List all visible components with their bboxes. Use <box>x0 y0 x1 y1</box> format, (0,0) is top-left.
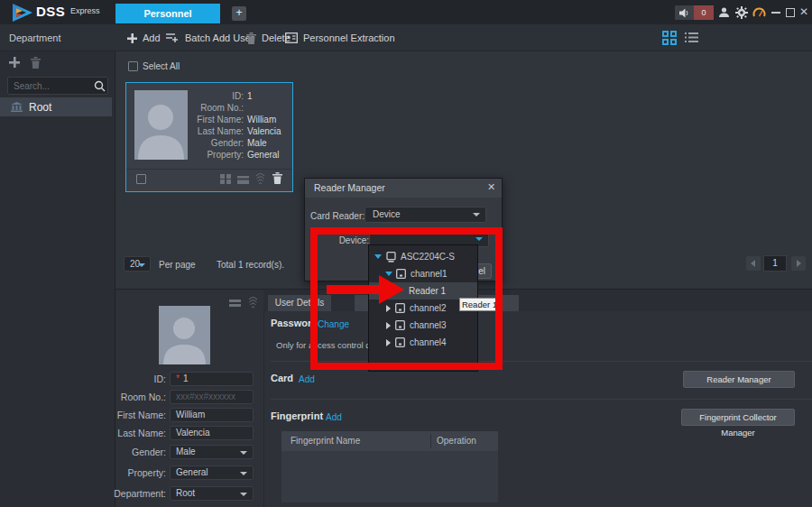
trash-icon <box>31 57 41 69</box>
password-label: Password <box>271 318 318 328</box>
settings-button[interactable] <box>735 6 748 19</box>
card-issue-button[interactable] <box>237 175 249 186</box>
batch-add-user-button[interactable]: Batch Add User <box>166 24 254 51</box>
tree-item-device[interactable]: ASC2204C-S <box>369 248 477 265</box>
next-page-button[interactable] <box>791 256 806 271</box>
list-view-button[interactable] <box>685 32 698 45</box>
personnel-toolbar: Add Batch Add User Delete Personnel Extr… <box>115 24 812 51</box>
fingerprint-button[interactable] <box>254 172 266 187</box>
fingerprint-section-label: Fingerprint <box>271 410 323 421</box>
prev-page-button[interactable] <box>746 256 761 271</box>
channel-icon <box>395 337 405 347</box>
last-name-input[interactable]: Valencia <box>170 426 254 440</box>
department-select[interactable]: Root <box>170 486 254 501</box>
tree-item-label: ASC2204C-S <box>401 252 455 262</box>
card-field-value: William <box>247 115 276 124</box>
person-card[interactable]: ID:1 Room No.: First Name:William Last N… <box>125 82 293 192</box>
minimize-button[interactable] <box>771 12 780 14</box>
property-select[interactable]: General <box>170 466 254 480</box>
section-divider <box>271 361 812 362</box>
new-tab-button[interactable]: + <box>232 6 246 21</box>
reader-manager-button[interactable]: Reader Manager <box>683 371 795 388</box>
tree-item-label: channel2 <box>410 303 447 313</box>
first-name-input[interactable]: William <box>170 408 254 422</box>
user-account-button[interactable] <box>718 6 731 19</box>
card-reader-label: Card Reader: <box>305 211 364 221</box>
tab-user-details[interactable]: User Details <box>268 295 331 311</box>
close-button[interactable]: ✕ <box>799 5 808 18</box>
change-password-link[interactable]: Change <box>318 319 349 329</box>
tree-item-channel1[interactable]: channel1 <box>369 265 477 282</box>
card-select-checkbox[interactable] <box>136 174 146 184</box>
channel-icon <box>396 269 406 279</box>
caret-right-icon[interactable] <box>386 339 391 346</box>
capture-card-button[interactable] <box>229 299 241 309</box>
photo-grid-icon <box>220 174 231 184</box>
delete-person-button[interactable] <box>272 172 282 186</box>
field-label: Last Name: <box>96 426 166 440</box>
grid-view-button[interactable] <box>662 31 677 47</box>
add-department-button[interactable] <box>9 57 20 69</box>
root-label: Root <box>29 101 51 114</box>
tree-item-channel3[interactable]: channel3 <box>369 317 477 334</box>
dss-express-window: DSS Express Personnel Management + 0 <box>0 0 812 507</box>
add-user-button[interactable]: Add <box>127 24 161 51</box>
fingerprint-collector-manager-button[interactable]: Fingerprint Collector Manager <box>681 409 795 426</box>
tree-item-label: Reader 1 <box>409 286 446 296</box>
channel-icon <box>395 320 405 330</box>
caret-down-icon[interactable] <box>385 272 392 276</box>
card-field-value: Valencia <box>247 126 281 136</box>
card-reader-select[interactable]: Device <box>364 207 486 223</box>
department-search-input[interactable] <box>14 78 89 93</box>
panel-divider <box>263 290 264 507</box>
caret-down-icon[interactable] <box>374 254 382 259</box>
trash-icon <box>246 32 256 44</box>
card-add-link[interactable]: Add <box>299 374 315 384</box>
dialog-close-icon[interactable]: ✕ <box>487 181 495 193</box>
dss-logo-icon <box>11 4 34 22</box>
sidebar-item-root[interactable]: Root <box>0 97 112 116</box>
card-field-value: 1 <box>247 91 253 101</box>
card-field-value: General <box>247 150 280 160</box>
capture-fingerprint-button[interactable] <box>247 296 259 310</box>
chevron-down-icon <box>475 237 483 241</box>
current-page-box[interactable]: 1 <box>763 255 787 272</box>
tab-personnel-management[interactable]: Personnel Management <box>115 4 220 23</box>
chevron-down-icon <box>473 213 480 217</box>
avatar-silhouette-icon <box>159 306 210 364</box>
search-icon <box>94 80 106 92</box>
dialog-title: Reader Manager <box>305 179 502 198</box>
chevron-down-icon <box>240 451 247 455</box>
list-view-icon <box>685 32 698 43</box>
sound-button[interactable] <box>675 5 694 20</box>
caret-right-icon[interactable] <box>386 305 391 312</box>
tree-item-channel4[interactable]: channel4 <box>369 334 477 351</box>
fingerprint-add-link[interactable]: Add <box>326 412 342 422</box>
gender-select[interactable]: Male <box>170 445 254 459</box>
column-header: Fingerprint Name <box>291 436 360 446</box>
room-no-input[interactable]: xxx#xx#xxxxxx <box>170 390 254 404</box>
total-records-label: Total 1 record(s). <box>217 260 284 270</box>
caret-right-icon[interactable] <box>386 322 391 329</box>
device-label: Device: <box>309 235 369 245</box>
id-input[interactable]: *1 <box>170 372 254 386</box>
delete-department-button[interactable] <box>31 57 41 70</box>
department-search-box <box>7 77 108 95</box>
performance-gauge-button[interactable] <box>752 6 765 19</box>
gear-icon <box>735 6 748 19</box>
alarm-count-badge[interactable]: 0 <box>694 5 714 20</box>
id-photo-button[interactable] <box>220 174 231 186</box>
fingerprint-icon <box>247 296 259 309</box>
grid-view-icon <box>662 31 677 45</box>
personnel-extraction-button[interactable]: Personnel Extraction <box>285 24 395 51</box>
chevron-left-icon <box>751 260 755 267</box>
required-mark: * <box>176 373 180 383</box>
delete-button[interactable]: Delete <box>246 24 291 51</box>
page-size-select[interactable]: 20 <box>124 256 151 272</box>
chevron-down-icon <box>240 472 247 475</box>
select-all-checkbox[interactable] <box>128 61 138 71</box>
maximize-button[interactable] <box>786 8 795 17</box>
batch-add-icon <box>166 32 180 43</box>
chevron-right-icon <box>797 260 801 267</box>
channel-icon <box>395 303 405 313</box>
